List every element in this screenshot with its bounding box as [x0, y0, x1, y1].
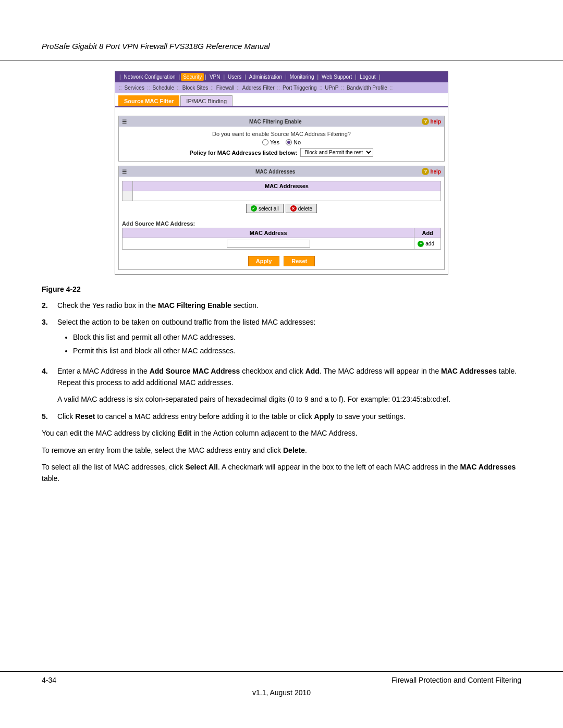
item5-num: 5.: [42, 411, 52, 422]
item5-mid: to cancel a MAC address entry before add…: [95, 412, 314, 421]
nav-item-logout[interactable]: Logout: [358, 73, 378, 81]
bullet-list-3: Block this list and permit all other MAC…: [73, 331, 315, 357]
para-select-bold2: MAC Addresses: [460, 463, 516, 471]
bullet-1: Block this list and permit all other MAC…: [73, 331, 315, 343]
add-mac-btn-cell: + add: [414, 238, 441, 250]
nav-item-monitoring[interactable]: Monitoring: [288, 73, 316, 81]
delete-button[interactable]: ✕ delete: [286, 204, 317, 213]
mac-address-input[interactable]: [227, 240, 310, 248]
nav-sep-2: |: [205, 74, 206, 80]
mac-table-empty-checkbox: [123, 191, 133, 201]
numbered-item-5: 5. Click Reset to cancel a MAC address e…: [42, 411, 521, 422]
doc-footer: 4-34 Firewall Protection and Content Fil…: [0, 671, 563, 697]
nav-sep-5: |: [285, 74, 287, 80]
footer-center: v1.1, August 2010: [42, 688, 521, 697]
nav-sep-end: |: [378, 74, 380, 80]
subnav-sep-4: ::: [237, 85, 240, 91]
reset-button[interactable]: Reset: [284, 256, 315, 266]
select-all-icon: ✓: [251, 205, 257, 212]
nav-item-security[interactable]: Security: [181, 73, 204, 81]
action-buttons: ✓ select all ✕ delete: [122, 204, 441, 213]
policy-dropdown[interactable]: Block and Permit the rest: [300, 148, 373, 157]
subnav-sep-end: ::: [390, 85, 393, 91]
mac-addresses-help-icon: ?: [422, 168, 429, 175]
subnav-item-address-filter[interactable]: Address Filter: [240, 84, 277, 92]
para-select: To select all the list of MAC addresses,…: [42, 461, 521, 485]
spacer-top: [115, 107, 448, 112]
add-mac-row: + add: [123, 238, 441, 250]
subnav-item-schedule[interactable]: Schedule: [150, 84, 176, 92]
nav-item-administration[interactable]: Administration: [247, 73, 284, 81]
nav-item-users[interactable]: Users: [226, 73, 243, 81]
subnav-item-port-triggering[interactable]: Port Triggering: [280, 84, 319, 92]
subnav-item-firewall[interactable]: Firewall: [214, 84, 236, 92]
item5-bold2: Apply: [314, 412, 335, 421]
mac-table-checkbox-header: [123, 181, 133, 191]
item4-num: 4.: [42, 365, 52, 389]
mac-filtering-body: Do you want to enable Source MAC Address…: [119, 127, 444, 161]
apply-button[interactable]: Apply: [248, 256, 280, 266]
add-row-icon: +: [418, 241, 424, 247]
item5-text: Click Reset to cancel a MAC address entr…: [57, 411, 406, 422]
mac-addresses-header-label: MAC Addresses: [255, 169, 295, 175]
item4-text: Enter a MAC Address in the Add Source MA…: [57, 365, 521, 389]
subnav-item-services[interactable]: Services: [123, 84, 146, 92]
subnav-item-block-sites[interactable]: Block Sites: [180, 84, 210, 92]
mac-filtering-enable-header: ☰ MAC Filtering Enable ? help: [119, 116, 444, 127]
para-edit-bold: Edit: [178, 429, 191, 437]
item4-bold2: Add: [305, 367, 320, 375]
tab-source-mac-filter[interactable]: Source MAC Filter: [118, 95, 179, 106]
item3-num: 3.: [42, 316, 52, 360]
select-all-button[interactable]: ✓ select all: [246, 204, 284, 213]
nav-sep-1: |: [179, 74, 180, 80]
para-select-before: To select all the list of MAC addresses,…: [42, 463, 185, 471]
mac-filtering-help-icon: ?: [422, 118, 429, 125]
radio-yes-circle[interactable]: [262, 139, 268, 145]
item4-mid1: checkbox and click: [240, 367, 305, 375]
tab-ip-mac-binding[interactable]: IP/MAC Binding: [180, 95, 232, 106]
subnav-item-upnp[interactable]: UPnP: [323, 84, 340, 92]
item4-bold3: MAC Addresses: [441, 367, 497, 375]
para-edit-after: in the Action column adjacent to the MAC…: [191, 429, 357, 437]
nav-bar: | Network Configuration | Security | VPN…: [115, 71, 448, 82]
main-content: | Network Configuration | Security | VPN…: [0, 60, 563, 505]
subnav-item-bandwidth-profile[interactable]: Bandwidth Profile: [345, 84, 389, 92]
item2-text-after: section.: [231, 301, 259, 310]
doc-title: ProSafe Gigabit 8 Port VPN Firewall FVS3…: [42, 42, 270, 51]
para-select-mid: . A checkmark will appear in the box to …: [218, 463, 460, 471]
radio-no-label[interactable]: No: [286, 139, 301, 145]
policy-label: Policy for MAC Addresses listed below:: [190, 150, 298, 156]
mac-addresses-body: MAC Addresses ✓ se: [119, 177, 444, 218]
item4-bold1: Add Source MAC Address: [150, 367, 240, 375]
para-edit-before: You can edit the MAC address by clicking: [42, 429, 178, 437]
page-wrapper: ProSafe Gigabit 8 Port VPN Firewall FVS3…: [0, 0, 563, 728]
subnav-sep-3: ::: [211, 85, 214, 91]
radio-yes-label[interactable]: Yes: [262, 139, 279, 145]
mac-table-empty-cell: [133, 191, 441, 201]
mac-addresses-help-link[interactable]: ? help: [422, 168, 441, 175]
nav-item-web-support[interactable]: Web Support: [320, 73, 354, 81]
subnav-sep-2: ::: [177, 85, 180, 91]
nav-sep-7: |: [355, 74, 357, 80]
mac-addresses-help-text: help: [430, 169, 441, 175]
nav-item-vpn[interactable]: VPN: [207, 73, 223, 81]
add-row-label[interactable]: add: [425, 241, 434, 246]
item2-text: Check the Yes radio box in the MAC Filte…: [57, 300, 259, 311]
item4-mid2: . The MAC address will appear in the: [320, 367, 441, 375]
para-remove-before: To remove an entry from the table, selec…: [42, 446, 283, 454]
radio-no-circle[interactable]: [286, 139, 292, 145]
para-select-bold1: Select All: [185, 463, 218, 471]
mac-filtering-help-link[interactable]: ? help: [422, 118, 441, 125]
nav-item-network-configuration[interactable]: Network Configuration: [122, 73, 178, 81]
footer-center-text: v1.1, August 2010: [252, 688, 311, 697]
para-mac: A valid MAC address is six colon-separat…: [57, 393, 521, 405]
item5-end: to save your settings.: [334, 412, 405, 421]
mac-addresses-panel: ☰ MAC Addresses ? help MAC Addresses: [118, 166, 445, 270]
footer-left: 4-34: [42, 676, 56, 684]
delete-icon: ✕: [290, 205, 297, 212]
nav-separator-start: |: [119, 74, 121, 80]
subnav-sep-6: ::: [320, 85, 323, 91]
add-mac-col-header: MAC Address: [123, 228, 414, 238]
mac-filtering-enable-panel: ☰ MAC Filtering Enable ? help Do you wan…: [118, 116, 445, 162]
add-mac-table: MAC Address Add +: [122, 228, 441, 250]
